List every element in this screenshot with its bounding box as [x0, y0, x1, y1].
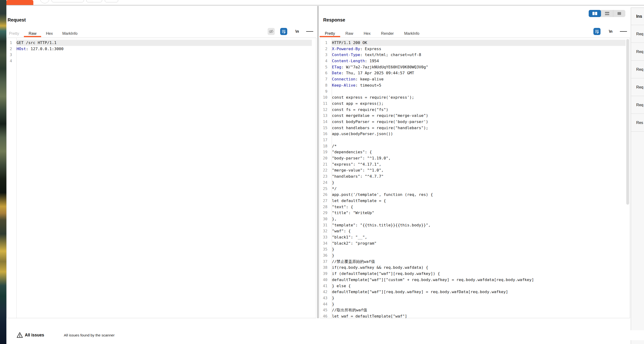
inspector-item[interactable]: Res [631, 114, 644, 132]
request-tab-raw[interactable]: Raw [24, 29, 41, 38]
inspector-title: Ins [631, 8, 644, 25]
panel-splitter[interactable] [318, 6, 318, 318]
code-line[interactable]: 15const handlebars = require("handlebars… [320, 125, 630, 131]
code-line[interactable]: 31"template": "{{this.title}}{{this.body… [320, 222, 630, 228]
response-tab-hex[interactable]: Hex [358, 29, 376, 38]
send-button[interactable] [6, 0, 33, 6]
line-content: } else { [330, 283, 350, 289]
request-editor[interactable]: 1GET /src HTTP/1.12HOst: 127.0.0.1:30003… [6, 38, 316, 318]
code-line[interactable]: 30}, [320, 216, 630, 222]
code-line[interactable]: 13const mergeValue = require("merge-valu… [320, 113, 630, 119]
editor-menu-icon[interactable] [306, 28, 313, 35]
line-number: 18 [320, 143, 330, 149]
code-line[interactable]: 3 [7, 52, 316, 58]
code-line[interactable]: 17 [320, 137, 630, 143]
response-editor[interactable]: 1HTTP/1.1 200 OK2X-Powered-By: Express3C… [320, 38, 630, 318]
all-issues-bar[interactable]: All issues All issues found by the scann… [6, 330, 644, 340]
word-wrap-icon[interactable] [280, 28, 287, 35]
code-line[interactable]: 12const fs = require("fs") [320, 107, 630, 113]
code-line[interactable]: 24} [320, 180, 630, 186]
code-line[interactable]: 9 [320, 89, 630, 95]
line-content: ETag: W/"7a2-7azjkNUdUqYE60HIV0K80WQ3V0g… [330, 64, 428, 70]
code-line[interactable]: 11const app = express(); [320, 101, 630, 107]
code-line[interactable]: 37//禁止覆盖原始的waf值 [320, 259, 630, 265]
code-line[interactable]: 39if (defaultTemplate["waf"][req.body.wa… [320, 271, 630, 277]
inspector-item[interactable]: Req [631, 78, 644, 96]
layout-rows-button[interactable] [601, 10, 613, 17]
newline-toggle[interactable]: \n [607, 28, 614, 35]
response-code[interactable]: 1HTTP/1.1 200 OK2X-Powered-By: Express3C… [320, 40, 630, 318]
line-number: 33 [320, 234, 330, 240]
request-tab-pretty[interactable]: Pretty [4, 29, 24, 38]
response-tab-raw[interactable]: Raw [340, 29, 358, 38]
line-content [14, 52, 16, 58]
response-tab-render[interactable]: Render [376, 29, 399, 38]
code-line[interactable]: 2X-Powered-By: Express [320, 46, 630, 52]
code-line[interactable]: 6Date: Thu, 17 Apr 2025 09:44:57 GMT [320, 70, 630, 76]
code-line[interactable]: 20"body-parser": "^1.19.0", [320, 155, 630, 161]
code-line[interactable]: 40defaultTemplate["waf"]["custom" + req.… [320, 277, 630, 283]
response-scrollbar[interactable] [626, 39, 629, 205]
code-line[interactable]: 4Content-Length: 1954 [320, 58, 630, 64]
code-line[interactable]: 1GET /src HTTP/1.1 [7, 40, 316, 46]
line-number: 22 [320, 167, 330, 173]
code-line[interactable]: 38if(req.body.wafkey && req.body.wafdata… [320, 264, 630, 271]
word-wrap-icon[interactable] [594, 28, 600, 35]
code-line[interactable]: 28"text": { [320, 204, 630, 210]
code-line[interactable]: 5ETag: W/"7a2-7azjkNUdUqYE60HIV0K80WQ3V0… [320, 64, 630, 70]
code-line[interactable]: 42defaultTemplate["waf"][req.body.wafkey… [320, 289, 630, 295]
code-line[interactable]: 7Connection: keep-alive [320, 76, 630, 82]
pane-icon [592, 12, 594, 15]
line-number: 41 [320, 283, 330, 289]
code-line[interactable]: 45//取出所有的waf值 [320, 307, 630, 313]
code-line[interactable]: 1HTTP/1.1 200 OK [320, 40, 630, 46]
code-line[interactable]: 22"merge-value": "^1.0", [320, 167, 630, 173]
line-content: "express": "^4.17.1", [330, 161, 381, 168]
code-line[interactable]: 10const express = require('express'); [320, 94, 630, 101]
toolbar-button-3[interactable] [105, 0, 118, 2]
code-line[interactable]: 25*/ [320, 186, 630, 192]
code-line[interactable]: 23"handlebars": "^4.7.7" [320, 173, 630, 180]
code-line[interactable]: 16app.use(bodyParser.json()) [320, 131, 630, 137]
code-line[interactable]: 41} else { [320, 283, 630, 289]
code-line[interactable]: 8Keep-Alive: timeout=5 [320, 82, 630, 89]
code-line[interactable]: 4 [7, 58, 316, 64]
code-line[interactable]: 27let defaultTemplate = { [320, 198, 630, 204]
line-content: "handlebars": "^4.7.7" [330, 173, 384, 180]
editor-menu-icon[interactable] [620, 28, 627, 35]
code-line[interactable]: 44} [320, 301, 630, 307]
layout-columns-button[interactable] [589, 10, 601, 17]
request-tab-markinfo[interactable]: MarkInfo [58, 29, 82, 38]
newline-toggle[interactable]: \n [294, 28, 301, 35]
code-line[interactable]: 35} [320, 246, 630, 252]
line-content: "black1": "__", [330, 234, 367, 240]
code-line[interactable]: 21"express": "^4.17.1", [320, 161, 630, 168]
request-tab-hex[interactable]: Hex [41, 29, 58, 38]
code-line[interactable]: 46let waf = defaultTemplate["waf"] [320, 313, 630, 318]
inspector-item[interactable]: Req [631, 61, 644, 78]
code-line[interactable]: 43} [320, 295, 630, 301]
toolbar-button-1[interactable] [52, 0, 84, 2]
request-code[interactable]: 1GET /src HTTP/1.12HOst: 127.0.0.1:30003… [7, 40, 316, 64]
code-line[interactable]: 14const bodyParser = require('body-parse… [320, 119, 630, 125]
code-line[interactable]: 19"dependencies": { [320, 149, 630, 155]
code-line[interactable]: 33"black1": "__", [320, 234, 630, 240]
code-line[interactable]: 29"title": "WriteUp" [320, 210, 630, 216]
response-tab-pretty[interactable]: Pretty [320, 29, 340, 38]
warning-icon [16, 332, 23, 339]
inspector-item[interactable]: Req [631, 43, 644, 61]
code-line[interactable]: 26app.post('/template', function (req, r… [320, 192, 630, 198]
code-line[interactable]: 36} [320, 252, 630, 259]
code-line[interactable]: 34"black2": "program" [320, 240, 630, 246]
toolbar-button-2[interactable] [86, 0, 102, 2]
layout-single-button[interactable] [613, 10, 625, 17]
code-line[interactable]: 32"waf": { [320, 228, 630, 234]
code-line[interactable]: 18/* [320, 143, 630, 149]
hide-non-printable-icon[interactable] [268, 28, 275, 35]
code-line[interactable]: 3Content-Type: text/html; charset=utf-8 [320, 52, 630, 58]
inspector-item[interactable]: Req [631, 25, 644, 43]
gear-button[interactable]: ⚙ [40, 0, 50, 3]
code-line[interactable]: 2HOst: 127.0.0.1:3000 [7, 46, 316, 52]
inspector-item[interactable]: Req [631, 96, 644, 114]
response-tab-markinfo[interactable]: MarkInfo [399, 29, 424, 38]
